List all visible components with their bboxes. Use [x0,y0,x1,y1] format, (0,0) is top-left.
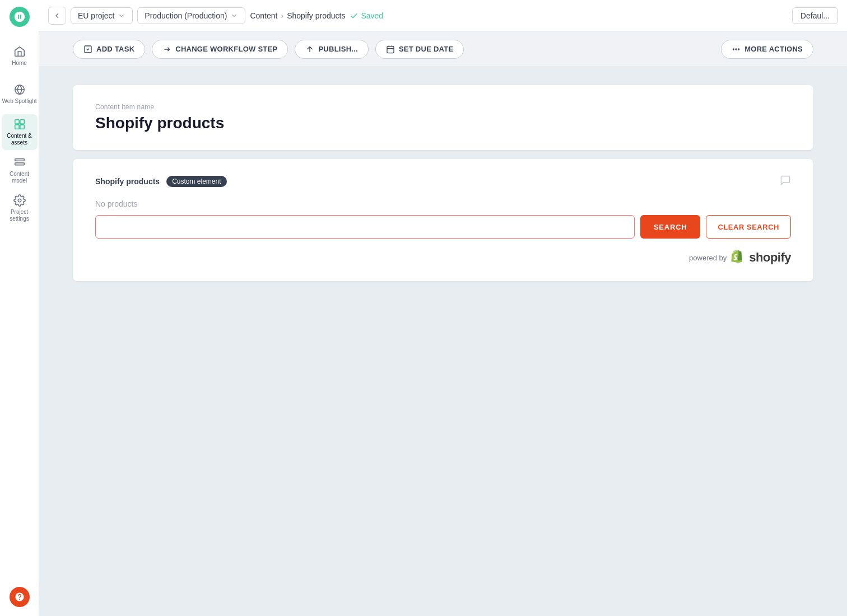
content-title: Shopify products [95,114,791,132]
sidebar-nav: Home Web Spotlight Content & assets [0,34,39,226]
set-due-date-label: SET DUE DATE [399,45,454,53]
powered-by-label: powered by [689,254,727,262]
publish-icon [305,45,314,54]
svg-rect-4 [20,125,24,129]
content-model-icon [13,156,26,169]
content-area: Content item name Shopify products Shopi… [39,67,847,616]
back-button[interactable] [48,7,66,25]
sidebar-item-home[interactable]: Home [2,38,38,74]
sidebar-item-project-settings-label: Project settings [2,209,38,222]
shopify-section-header-right [780,175,791,188]
more-actions-label: MORE ACTIONS [744,45,803,53]
add-task-label: ADD TASK [96,45,134,53]
sidebar-item-web-spotlight-label: Web Spotlight [2,98,36,105]
shopify-section: Shopify products Custom element No produ… [73,159,813,281]
shopify-logo: shopify [731,250,791,265]
home-icon [13,45,26,58]
shopify-logo-icon [731,250,747,265]
saved-checkmark-icon [350,11,359,20]
more-actions-icon [732,45,741,54]
support-icon [15,592,25,602]
svg-point-12 [738,49,739,50]
svg-rect-5 [15,159,24,161]
publish-button[interactable]: PUBLISH... [295,40,369,59]
clear-search-button[interactable]: CLEAR SEARCH [706,215,791,239]
custom-element-badge: Custom element [166,176,226,187]
content-item-name-label: Content item name [95,103,791,111]
breadcrumb-root: Content [250,11,277,20]
breadcrumb-separator: › [281,11,283,20]
add-task-icon [83,45,92,54]
change-workflow-label: CHANGE WORKFLOW STEP [175,45,277,53]
sidebar-item-content-model-label: Content model [2,171,38,184]
shopify-section-header: Shopify products Custom element [95,175,791,188]
logo-icon [13,11,26,23]
add-task-button[interactable]: ADD TASK [73,40,145,59]
topbar-right: Defaul... [792,7,838,24]
shopify-section-label: Shopify products [95,177,160,186]
project-settings-icon [13,194,26,207]
svg-rect-9 [387,46,394,53]
svg-rect-3 [15,125,18,129]
shopify-text: shopify [749,250,791,265]
svg-rect-1 [15,120,18,124]
svg-point-10 [733,49,734,50]
saved-label: Saved [361,11,383,20]
comment-icon[interactable] [780,178,791,188]
no-products-label: No products [95,199,791,208]
set-due-date-icon [386,45,395,54]
sidebar-bottom [10,587,30,616]
sidebar-item-home-label: Home [12,60,27,67]
support-button[interactable] [10,587,30,607]
breadcrumb: Content › Shopify products [250,11,345,20]
sidebar-item-web-spotlight[interactable]: Web Spotlight [2,76,38,112]
saved-badge: Saved [350,11,383,20]
more-actions-button[interactable]: MORE ACTIONS [721,40,813,59]
project-selector-chevron [118,12,125,20]
change-workflow-icon [162,45,171,54]
default-button[interactable]: Defaul... [792,7,838,24]
svg-rect-2 [20,120,24,124]
actionbar: ADD TASK CHANGE WORKFLOW STEP PUBLISH...… [39,31,847,67]
svg-point-7 [18,199,21,202]
search-row: SEARCH CLEAR SEARCH [95,215,791,239]
project-selector[interactable]: EU project [71,7,133,24]
content-assets-icon [13,118,26,130]
back-icon [53,11,62,20]
breadcrumb-current: Shopify products [287,11,345,20]
search-input[interactable] [95,215,635,239]
environment-selector-label: Production (Production) [145,11,227,20]
set-due-date-button[interactable]: SET DUE DATE [375,40,464,59]
svg-point-11 [736,49,737,50]
sidebar: Home Web Spotlight Content & assets [0,0,39,616]
main-content: EU project Production (Production) Conte… [39,0,847,616]
sidebar-item-content-assets-label: Content & assets [2,133,38,146]
svg-rect-6 [15,163,24,165]
change-workflow-button[interactable]: CHANGE WORKFLOW STEP [152,40,288,59]
topbar: EU project Production (Production) Conte… [39,0,847,31]
environment-selector[interactable]: Production (Production) [137,7,245,24]
content-title-card: Content item name Shopify products [73,85,813,150]
search-input-wrapper [95,215,635,239]
environment-selector-chevron [230,12,238,20]
sidebar-item-content-assets[interactable]: Content & assets [2,114,38,150]
search-button[interactable]: SEARCH [640,215,701,239]
powered-by: powered by shopify [95,250,791,265]
sidebar-item-content-model[interactable]: Content model [2,152,38,188]
project-selector-label: EU project [78,11,114,20]
web-spotlight-icon [13,83,26,96]
publish-label: PUBLISH... [318,45,358,53]
app-logo[interactable] [0,0,39,34]
sidebar-item-project-settings[interactable]: Project settings [2,190,38,226]
